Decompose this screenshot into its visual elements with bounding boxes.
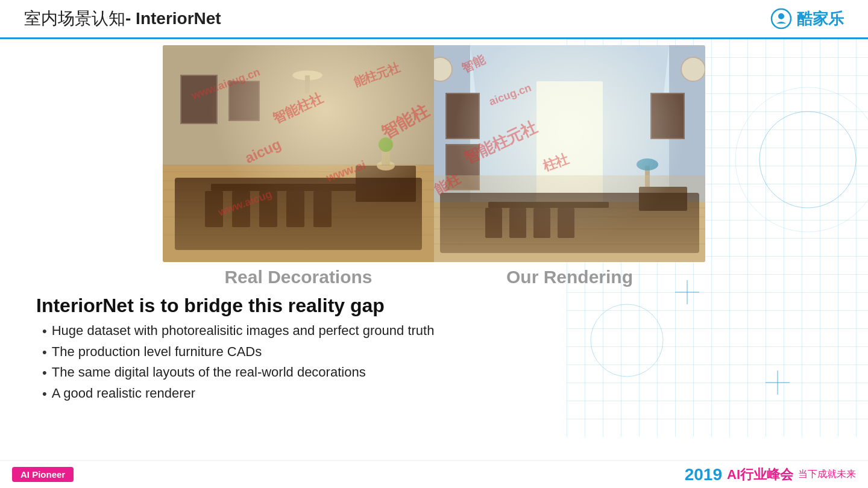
svg-rect-31 [286, 191, 304, 227]
right-room-svg [434, 45, 705, 262]
svg-rect-13 [193, 57, 404, 117]
svg-rect-29 [232, 191, 250, 227]
main-heading: InteriorNet is to bridge this reality ga… [36, 295, 844, 317]
svg-rect-57 [485, 208, 502, 238]
svg-rect-39 [382, 148, 390, 166]
svg-rect-34 [181, 75, 217, 124]
bullet-item-2: • The production level furniture CADs [42, 344, 844, 361]
svg-rect-61 [639, 187, 687, 211]
svg-rect-27 [211, 184, 356, 191]
svg-rect-37 [305, 75, 310, 93]
svg-point-36 [292, 70, 322, 80]
svg-rect-28 [205, 191, 223, 227]
bullet-text-4: A good realistic renderer [52, 386, 195, 401]
svg-rect-62 [446, 93, 479, 139]
left-image-label: Real Decorations [163, 267, 434, 287]
bullet-dot-4: • [42, 386, 47, 403]
svg-point-66 [637, 158, 658, 170]
svg-rect-18 [401, 63, 413, 154]
bullet-dot-3: • [42, 364, 47, 382]
left-room-svg [163, 45, 434, 262]
footer-year: 2019 [685, 465, 722, 484]
svg-rect-46 [558, 55, 582, 72]
main-content: www.aicug.cn 智能柱社 能柱元社 智能柱 aicug www.ai … [0, 39, 868, 406]
title-english: InteriorNet [136, 9, 221, 28]
left-room-image [163, 45, 434, 262]
svg-rect-15 [335, 72, 368, 151]
title-chinese: 室内场景认知 [24, 9, 125, 28]
logo: 酷家乐 [770, 8, 844, 30]
image-labels: Real Decorations Our Rendering [163, 267, 705, 287]
bullet-text-2: The production level furniture CADs [52, 344, 262, 360]
bullet-item-4: • A good realistic renderer [42, 386, 844, 403]
bullet-list: • Huge dataset with photorealisitic imag… [36, 323, 844, 402]
svg-rect-45 [558, 55, 582, 72]
svg-marker-49 [470, 45, 669, 262]
svg-rect-16 [371, 72, 401, 151]
room-images: www.aicug.cn 智能柱社 能柱元社 智能柱 aicug www.ai … [163, 45, 705, 262]
svg-point-38 [377, 161, 395, 170]
bullet-dot-1: • [42, 323, 47, 340]
svg-rect-63 [446, 145, 479, 190]
svg-point-67 [681, 57, 705, 81]
svg-rect-30 [259, 191, 277, 227]
right-room-image [434, 45, 705, 262]
svg-rect-19 [163, 45, 434, 166]
svg-rect-51 [434, 202, 705, 262]
title-separator: - [125, 9, 136, 28]
svg-point-40 [379, 137, 393, 152]
footer-badge: AI Pioneer [12, 467, 74, 482]
svg-rect-44 [546, 61, 594, 66]
bullet-text-3: The same digital layouts of the real-wor… [52, 364, 366, 380]
svg-point-1 [778, 13, 784, 19]
svg-rect-50 [536, 81, 603, 232]
text-section: InteriorNet is to bridge this reality ga… [24, 295, 844, 406]
svg-rect-60 [558, 208, 574, 238]
svg-rect-59 [533, 208, 550, 238]
svg-rect-65 [645, 166, 650, 187]
svg-rect-56 [488, 202, 609, 208]
footer-event: AI行业峰会 [727, 466, 793, 484]
svg-rect-48 [669, 45, 705, 262]
svg-rect-17 [319, 63, 335, 154]
right-image-label: Our Rendering [434, 267, 705, 287]
svg-rect-42 [434, 45, 705, 93]
bullet-dot-2: • [42, 344, 47, 361]
footer-sub: 当下成就未来 [798, 468, 856, 481]
footer-right: 2019 AI行业峰会 当下成就未来 [685, 465, 856, 484]
svg-rect-35 [229, 81, 259, 120]
images-section: www.aicug.cn 智能柱社 能柱元社 智能柱 aicug www.ai … [24, 45, 844, 262]
bullet-item-1: • Huge dataset with photorealisitic imag… [42, 323, 844, 340]
bullet-text-1: Huge dataset with photorealisitic images… [52, 323, 435, 339]
bullet-item-3: • The same digital layouts of the real-w… [42, 364, 844, 382]
svg-rect-14 [332, 69, 404, 154]
svg-rect-41 [434, 45, 705, 262]
svg-rect-12 [163, 45, 434, 262]
svg-rect-58 [509, 208, 526, 238]
svg-rect-33 [356, 166, 416, 202]
svg-rect-32 [313, 191, 332, 227]
page-title: 室内场景认知- InteriorNet [24, 7, 221, 30]
svg-rect-47 [434, 45, 470, 262]
svg-rect-20 [163, 166, 434, 262]
logo-text: 酷家乐 [797, 8, 844, 30]
logo-icon [770, 8, 792, 30]
svg-point-68 [434, 57, 452, 81]
header: 室内场景认知- InteriorNet 酷家乐 [0, 0, 868, 39]
footer: AI Pioneer 2019 AI行业峰会 当下成就未来 [0, 460, 868, 488]
svg-point-43 [561, 54, 579, 72]
svg-rect-64 [651, 93, 684, 139]
